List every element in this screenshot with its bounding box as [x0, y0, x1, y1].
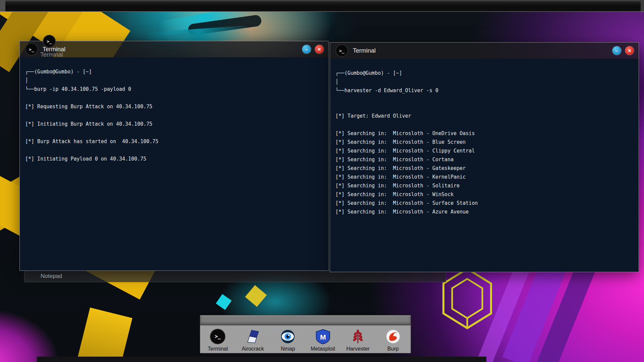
dock-label-metasploit: Metasploit: [311, 346, 335, 352]
minimize-button[interactable]: –: [302, 45, 311, 54]
search-line: [*] Searching in: Microsloth - Gateskeep…: [335, 164, 633, 173]
application-dock: >_ Terminal Airocrack: [200, 325, 411, 353]
search-line: [*] Searching in: Microsloth - Solitaire: [335, 181, 633, 190]
search-line: [*] Searching in: Microsloth - KernelPan…: [335, 173, 633, 181]
output-line: [*] Initiating Burp Attack on 40.34.100.…: [25, 120, 323, 128]
terminal-window-left: >_ Terminal – ✕ ┌──(Gumbo@Gumbo) - [~]│└…: [19, 41, 329, 271]
dock-label-terminal: Terminal: [208, 346, 228, 352]
output-line: [*] Burp Attack has started on 40.34.100…: [25, 137, 323, 146]
minimized-window-bar[interactable]: [200, 315, 411, 325]
minimize-button[interactable]: –: [612, 46, 621, 55]
wallpaper-yellow-square: [245, 285, 267, 307]
metasploit-shield-icon: M: [315, 328, 331, 345]
dock-item-burp[interactable]: Burp: [376, 328, 410, 352]
terminal-window-right: >_ Terminal – ✕ ┌──(Gumbo@Gumbo) - [~]│└…: [330, 42, 639, 272]
metasploit-letter: M: [320, 333, 326, 341]
target-line: [*] Target: Edward Oliver: [335, 112, 633, 120]
prompt-line: │: [25, 76, 323, 85]
dock-item-nmap[interactable]: Nmap: [271, 328, 305, 352]
search-line: [*] Searching in: Microsloth - WinSock: [335, 190, 633, 199]
search-line: [*] Searching in: Microsloth - Azure Ave…: [335, 207, 633, 216]
prompt-line: ┌──(Gumbo@Gumbo) - [~]: [25, 67, 323, 76]
terminal-left-output-area[interactable]: ┌──(Gumbo@Gumbo) - [~]│└──burp -ip 40.34…: [20, 57, 328, 270]
prompt-line: │: [335, 77, 633, 86]
dock-label-airocrack: Airocrack: [241, 346, 264, 352]
terminal-app-icon: >_: [335, 44, 348, 57]
dock-item-terminal[interactable]: >_ Terminal: [201, 328, 234, 352]
command-output: [*] Requesting Burp Attack on 40.34.100.…: [25, 102, 323, 163]
terminal-right-output-area[interactable]: ┌──(Gumbo@Gumbo) - [~]│└──harvester -d E…: [330, 59, 639, 272]
close-icon: ✕: [318, 47, 321, 52]
window-controls: – ✕: [302, 45, 324, 54]
prompt-line: └──burp -ip 40.34.100.75 -payload 0: [25, 85, 323, 94]
desktop: >_ Terminal Notepad >_ Terminal – ✕ ┌──(…: [0, 0, 644, 362]
terminal-prompt-glyph: >_: [215, 334, 221, 340]
terminal-prompt-glyph: >_: [29, 47, 34, 52]
minimize-icon: –: [615, 48, 618, 53]
terminal-prompt-glyph: >_: [339, 48, 344, 53]
nmap-eye-icon: [279, 328, 296, 345]
background-terminal-window-title: Terminal: [40, 51, 63, 58]
dock-item-airocrack[interactable]: Airocrack: [236, 328, 270, 352]
prompt-line: ┌──(Gumbo@Gumbo) - [~]: [335, 69, 633, 77]
output-line: [*] Initiating Payload 0 on 40.34.100.75: [25, 155, 323, 163]
search-line: [*] Searching in: Microsloth - Surface S…: [335, 199, 633, 207]
bottom-taskbar: [37, 357, 486, 362]
window-controls: – ✕: [612, 46, 634, 55]
dock-label-burp: Burp: [387, 346, 399, 352]
airocrack-flag-icon: [245, 328, 261, 345]
window-title: Terminal: [353, 47, 376, 54]
minimize-icon: –: [305, 47, 308, 52]
top-system-bar: [0, 0, 644, 12]
dock-item-harvester[interactable]: Harvester: [341, 328, 375, 352]
notepad-window-title: Notepad: [41, 273, 62, 280]
dock-item-metasploit[interactable]: M Metasploit: [306, 328, 340, 352]
terminal-icon: >_: [209, 328, 226, 345]
dock-label-harvester: Harvester: [346, 346, 370, 352]
wallpaper-yellow-arm: [72, 308, 132, 362]
background-terminal-window-icon[interactable]: >_: [43, 35, 56, 48]
close-button[interactable]: ✕: [625, 46, 634, 55]
dock-label-nmap: Nmap: [281, 346, 295, 352]
search-line: [*] Searching in: Microsloth - Cortana: [335, 155, 633, 164]
output-line: [*] Requesting Burp Attack on 40.34.100.…: [25, 102, 323, 111]
search-output: [*] Searching in: Microsloth - OneDrive …: [335, 129, 633, 216]
wallpaper-cyan-square: [216, 294, 231, 310]
wallpaper-hexagon-emblem: [442, 267, 492, 329]
close-button[interactable]: ✕: [315, 45, 324, 54]
close-icon: ✕: [628, 48, 632, 53]
terminal-right-titlebar[interactable]: >_ Terminal – ✕: [330, 43, 639, 59]
terminal-app-icon: >_: [25, 43, 38, 56]
shell-prompt: ┌──(Gumbo@Gumbo) - [~]│└──harvester -d E…: [335, 69, 633, 95]
search-line: [*] Searching in: Microsloth - Blue Scre…: [335, 138, 633, 146]
prompt-line: └──harvester -d Edward_Oliver -s 0: [335, 86, 633, 95]
harvester-wheat-icon: [350, 328, 366, 345]
terminal-prompt-glyph: >_: [47, 39, 52, 44]
burp-swirl-icon: [385, 328, 401, 345]
search-line: [*] Searching in: Microsloth - Clippy Ce…: [335, 146, 633, 155]
terminal-left-titlebar[interactable]: >_ Terminal – ✕: [20, 41, 328, 57]
shell-prompt: ┌──(Gumbo@Gumbo) - [~]│└──burp -ip 40.34…: [25, 67, 323, 94]
search-line: [*] Searching in: Microsloth - OneDrive …: [335, 129, 633, 138]
